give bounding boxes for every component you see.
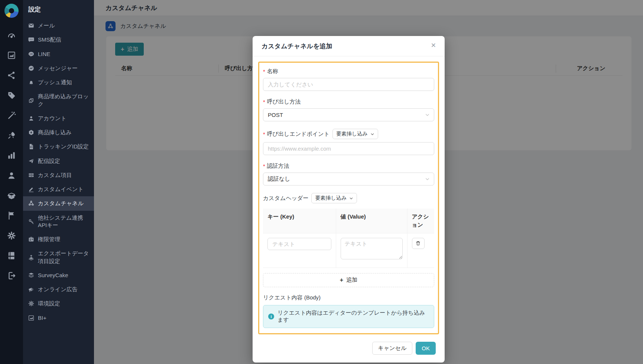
user-icon[interactable] [6,170,17,181]
sidebar-item-custom-channel[interactable]: カスタムチャネル [23,196,94,210]
person-icon [28,115,35,122]
sidebar-item-export-data[interactable]: エクスポートデータ項目設定 [23,246,94,268]
export-icon [28,254,35,261]
sidebar-item-label: エクスポートデータ項目設定 [38,250,90,265]
custom-header-label: カスタムヘッダー 要素挿し込み [263,193,434,203]
chevron-down-icon [349,196,353,200]
name-label: * 名称 [263,68,434,75]
svg-text:LINE: LINE [30,53,33,55]
sidebar-item-embed-block[interactable]: 商品埋め込みブロック [23,89,94,111]
paper-plane-icon [28,158,35,164]
add-custom-channel-modal: カスタムチャネルを追加 ✕ * 名称 * 呼び出し方法 POST [253,36,445,363]
ok-button[interactable]: OK [416,342,436,355]
book-icon[interactable] [6,250,17,261]
custom-header-field-group: カスタムヘッダー 要素挿し込み [263,193,434,203]
sidebar-item-tracking-id[interactable]: トラッキングID設定 [23,140,94,154]
sidebar-item-label: 権限管理 [38,236,60,243]
sidebar-item-surveycake[interactable]: SurveyCake [23,268,94,282]
id-badge-icon [28,236,35,243]
sidebar-item-label: プッシュ通知 [38,79,72,86]
logout-icon[interactable] [6,270,17,281]
delete-row-button[interactable] [412,238,425,249]
line-logo-icon: LINE [28,51,35,58]
auth-field-group: * 認証方法 認証なし [263,163,434,186]
sidebar-item-label: 商品挿し込み [38,129,72,136]
sidebar-item-label: トラッキングID設定 [38,143,89,150]
gear-icon[interactable] [6,230,17,241]
insert-element-button[interactable]: 要素挿し込み [332,129,378,139]
sidebar-item-api-key[interactable]: 他社システム連携APIキー [23,211,94,233]
sidebar-item-label: SurveyCake [38,272,68,279]
sidebar-item-mail[interactable]: メール [23,19,94,33]
embed-block-icon [28,97,35,104]
open-box-icon[interactable] [6,190,17,201]
key-input[interactable] [267,238,331,250]
app-logo-icon[interactable] [4,4,19,18]
sidebar-item-sms[interactable]: SMS配信 [23,33,94,47]
sidebar-item-env-settings[interactable]: 環境設定 [23,296,94,311]
required-mark: * [263,163,265,169]
name-field-group: * 名称 [263,68,434,91]
custom-channel-icon [28,200,35,207]
file-code-icon [28,143,35,150]
endpoint-field-group: * 呼び出しエンドポイント 要素挿し込み [263,129,434,155]
sidebar-item-label: メッセンジャー [38,65,78,72]
sidebar-item-online-ads[interactable]: オンライン広告 [23,282,94,296]
name-input[interactable] [263,78,434,91]
sidebar-item-bi-plus[interactable]: BI+ [23,311,94,325]
bell-icon [28,79,35,86]
magic-wand-icon[interactable] [6,110,17,121]
sidebar-item-label: 環境設定 [38,300,60,307]
cancel-button[interactable]: キャンセル [372,342,413,355]
sidebar-item-account[interactable]: アカウント [23,111,94,125]
gauge-icon[interactable] [6,30,17,41]
package-icon [28,129,35,136]
tag-icon[interactable] [6,90,17,101]
icon-rail [0,0,23,364]
analytics-chart-icon[interactable] [6,50,17,61]
endpoint-input[interactable] [263,142,434,155]
required-mark: * [263,131,265,137]
add-header-row-button[interactable]: + 追加 [263,273,434,287]
sms-bubble-icon [28,36,35,43]
menu-header: 設定 [23,0,94,19]
sidebar-item-label: カスタムチャネル [38,200,84,207]
sidebar-item-custom-fields[interactable]: カスタム項目 [23,168,94,182]
header-kv-table: キー (Key) 値 (Value) アクション [263,209,434,268]
auth-select[interactable]: 認証なし [263,173,434,186]
settings-menu: 設定 メール SMS配信 LINE LINE メッセンジャー プッシュ通知 商品… [23,0,94,364]
required-mark: * [263,68,265,75]
sidebar-item-push[interactable]: プッシュ通知 [23,75,94,89]
flag-icon[interactable] [6,210,17,221]
rocket-icon[interactable] [6,130,17,141]
modal-title: カスタムチャネルを追加 [262,43,332,50]
sidebar-item-custom-event[interactable]: カスタムイベント [23,182,94,196]
gear-icon [28,300,35,307]
required-mark: * [263,99,265,105]
modal-header: カスタムチャネルを追加 ✕ [253,36,445,56]
insert-element-button[interactable]: 要素挿し込み [311,193,357,203]
chevron-down-icon [370,132,374,136]
sidebar-item-label: SMS配信 [38,36,61,43]
sidebar-item-label: LINE [38,50,50,58]
sidebar-item-delivery-settings[interactable]: 配信設定 [23,154,94,168]
sidebar-item-line[interactable]: LINE LINE [23,47,94,61]
request-body-label: リクエスト内容 (Body) [263,294,434,301]
bar-chart-icon[interactable] [6,150,17,161]
method-select[interactable]: POST [263,108,434,121]
kv-column-action: アクション [407,209,434,233]
sidebar-item-permissions[interactable]: 権限管理 [23,232,94,246]
kv-column-value: 値 (Value) [336,209,407,233]
sidebar-item-product-insert[interactable]: 商品挿し込み [23,125,94,140]
share-nodes-icon[interactable] [6,70,17,81]
sidebar-item-messenger[interactable]: メッセンジャー [23,61,94,75]
request-body-info-alert: i リクエスト内容はエディターのテンプレートから持ち込みます [263,305,434,328]
info-icon: i [268,314,274,319]
pencil-icon [28,186,35,193]
value-textarea[interactable] [341,238,403,259]
auth-label: * 認証方法 [263,163,434,170]
kv-row [263,233,434,268]
layers-icon [28,272,35,279]
method-label: * 呼び出し方法 [263,98,434,105]
close-icon[interactable]: ✕ [429,40,438,50]
